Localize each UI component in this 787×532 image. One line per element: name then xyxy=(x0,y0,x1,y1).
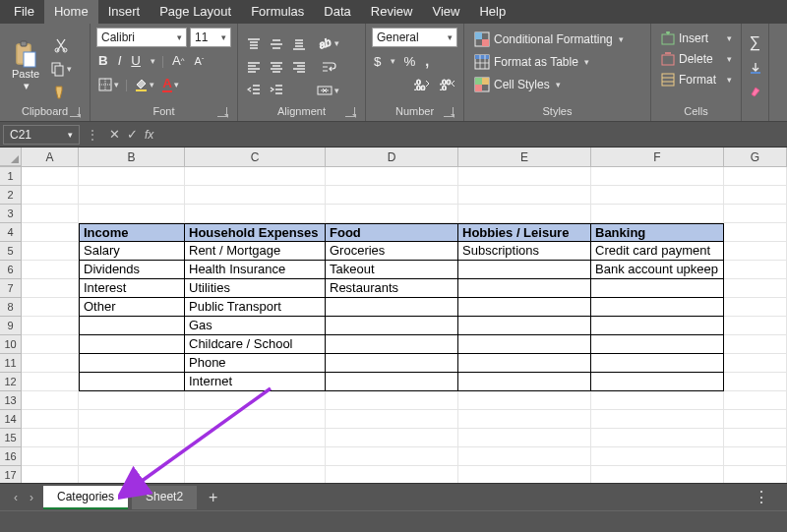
col-header-C[interactable]: C xyxy=(185,148,326,166)
font-size-combo[interactable]: 11▾ xyxy=(190,28,231,47)
cell-E12[interactable] xyxy=(458,373,591,391)
clipboard-dialog-launcher[interactable] xyxy=(70,107,80,117)
select-all-corner[interactable] xyxy=(0,148,22,166)
cell-D11[interactable] xyxy=(326,354,458,373)
cell-C5[interactable]: Rent / Mortgage xyxy=(185,242,326,261)
font-color-button[interactable]: A▾ xyxy=(160,74,181,94)
cell-D4[interactable]: Food xyxy=(326,223,458,242)
menu-insert[interactable]: Insert xyxy=(98,0,151,24)
row-header-10[interactable]: 10 xyxy=(0,335,22,354)
cell-B6[interactable]: Dividends xyxy=(79,261,185,279)
align-right-button[interactable] xyxy=(289,57,309,77)
copy-button[interactable]: ▾ xyxy=(47,59,74,79)
cell-C4[interactable]: Household Expenses xyxy=(185,223,326,242)
cell-B7[interactable]: Interest xyxy=(79,279,185,298)
row-header-12[interactable]: 12 xyxy=(0,373,22,391)
fill-color-button[interactable]: ▾ xyxy=(132,76,156,93)
clear-button[interactable] xyxy=(747,83,764,100)
row-header-16[interactable]: 16 xyxy=(0,447,22,466)
merge-center-button[interactable]: ▾ xyxy=(315,81,341,100)
cell-B10[interactable] xyxy=(79,335,185,354)
cell-F6[interactable]: Bank account upkeep xyxy=(591,261,724,279)
orientation-button[interactable]: ab▾ xyxy=(315,33,341,53)
align-left-button[interactable] xyxy=(244,57,264,77)
row-header-6[interactable]: 6 xyxy=(0,261,22,279)
cell-B8[interactable]: Other xyxy=(79,298,185,317)
row-header-17[interactable]: 17 xyxy=(0,466,22,483)
menu-page-layout[interactable]: Page Layout xyxy=(150,0,241,24)
cut-button[interactable] xyxy=(47,35,74,55)
menu-review[interactable]: Review xyxy=(361,0,423,24)
cell-C8[interactable]: Public Transport xyxy=(185,298,326,317)
cell-F10[interactable] xyxy=(591,335,724,354)
cell-F7[interactable] xyxy=(591,279,724,298)
fx-button[interactable]: fx xyxy=(141,128,157,142)
cell-D5[interactable]: Groceries xyxy=(326,242,458,261)
cell-C7[interactable]: Utilities xyxy=(185,279,326,298)
cell-E10[interactable] xyxy=(458,335,591,354)
number-dialog-launcher[interactable] xyxy=(444,107,454,117)
paste-button[interactable]: Paste ▾ xyxy=(6,32,45,101)
cell-F8[interactable] xyxy=(591,298,724,317)
col-header-G[interactable]: G xyxy=(724,148,787,166)
cell-F9[interactable] xyxy=(591,317,724,335)
cell-E5[interactable]: Subscriptions xyxy=(458,242,591,261)
menu-help[interactable]: Help xyxy=(469,0,515,24)
increase-indent-button[interactable] xyxy=(267,80,286,99)
col-header-F[interactable]: F xyxy=(591,148,724,166)
accounting-format-button[interactable]: $ xyxy=(372,52,383,71)
sheet-tab-sheet2[interactable]: Sheet2 xyxy=(132,486,197,509)
delete-cells-button[interactable]: Delete▾ xyxy=(657,50,736,68)
col-header-A[interactable]: A xyxy=(22,148,79,166)
cell-D6[interactable]: Takeout xyxy=(326,261,458,279)
insert-cells-button[interactable]: Insert▾ xyxy=(657,30,736,47)
font-name-combo[interactable]: Calibri▾ xyxy=(96,28,187,47)
col-header-E[interactable]: E xyxy=(458,148,591,166)
align-bottom-button[interactable] xyxy=(289,34,309,54)
row-header-2[interactable]: 2 xyxy=(0,186,22,205)
borders-button[interactable]: ▾ xyxy=(96,76,121,93)
format-painter-button[interactable] xyxy=(47,83,74,102)
align-middle-button[interactable] xyxy=(267,34,286,54)
tab-nav-next[interactable]: › xyxy=(24,491,39,504)
cell-B11[interactable] xyxy=(79,354,185,373)
col-header-D[interactable]: D xyxy=(326,148,458,166)
alignment-dialog-launcher[interactable] xyxy=(345,107,355,117)
cell-E6[interactable] xyxy=(458,261,591,279)
decrease-indent-button[interactable] xyxy=(244,80,264,99)
cell-E8[interactable] xyxy=(458,298,591,317)
menu-home[interactable]: Home xyxy=(44,0,98,24)
cell-C11[interactable]: Phone xyxy=(185,354,326,373)
row-header-3[interactable]: 3 xyxy=(0,205,22,223)
percent-format-button[interactable]: % xyxy=(401,52,417,71)
wrap-text-button[interactable] xyxy=(315,57,341,77)
comma-format-button[interactable]: , xyxy=(423,51,431,71)
col-header-B[interactable]: B xyxy=(79,148,185,166)
bold-button[interactable]: B xyxy=(96,51,110,70)
row-header-5[interactable]: 5 xyxy=(0,242,22,261)
underline-button[interactable]: U xyxy=(129,51,143,70)
font-dialog-launcher[interactable] xyxy=(217,107,227,117)
menu-view[interactable]: View xyxy=(422,0,469,24)
cell-C6[interactable]: Health Insurance xyxy=(185,261,326,279)
cell-F12[interactable] xyxy=(591,373,724,391)
cell-B9[interactable] xyxy=(79,317,185,335)
cell-styles-button[interactable]: Cell Styles▾ xyxy=(470,75,637,94)
format-cells-button[interactable]: Format▾ xyxy=(657,71,736,89)
row-header-15[interactable]: 15 xyxy=(0,429,22,447)
add-sheet-button[interactable]: + xyxy=(197,489,229,506)
cell-E4[interactable]: Hobbies / Leisure xyxy=(458,223,591,242)
cell-E9[interactable] xyxy=(458,317,591,335)
row-header-13[interactable]: 13 xyxy=(0,391,22,410)
cell-B12[interactable] xyxy=(79,373,185,391)
cell-B4[interactable]: Income xyxy=(79,223,185,242)
cell-F11[interactable] xyxy=(591,354,724,373)
tab-nav-prev[interactable]: ‹ xyxy=(8,491,24,504)
row-header-14[interactable]: 14 xyxy=(0,410,22,429)
enter-formula-button[interactable]: ✓ xyxy=(123,127,141,142)
align-center-button[interactable] xyxy=(267,57,286,77)
italic-button[interactable]: I xyxy=(116,51,124,70)
cell-C12[interactable]: Internet xyxy=(185,373,326,391)
row-header-11[interactable]: 11 xyxy=(0,354,22,373)
tab-options-button[interactable]: ⋮ xyxy=(746,488,779,506)
